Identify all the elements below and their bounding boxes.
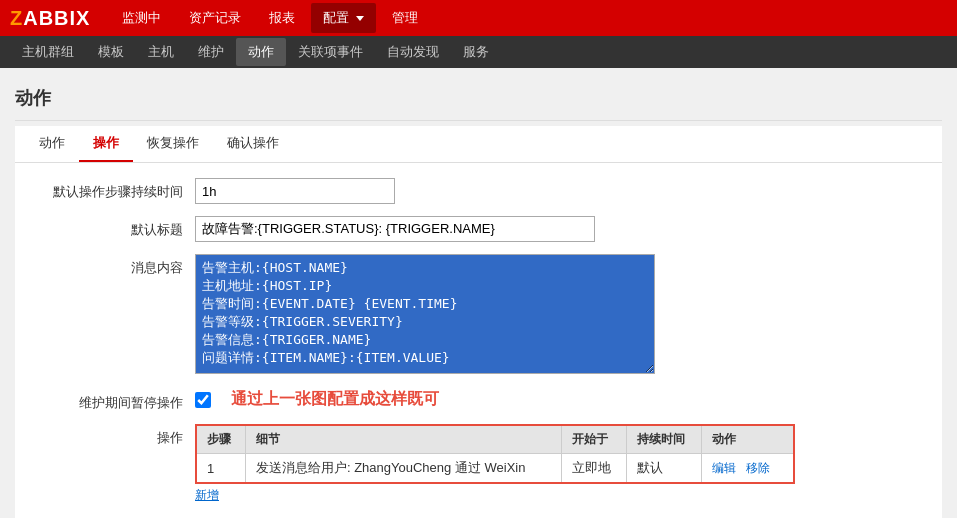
col-start: 开始于 bbox=[561, 425, 626, 454]
duration-label: 默认操作步骤持续时间 bbox=[35, 178, 195, 201]
subject-field bbox=[195, 216, 922, 242]
ops-label: 操作 bbox=[35, 424, 195, 447]
logo: ZABBIX bbox=[10, 7, 90, 30]
subject-input[interactable] bbox=[195, 216, 595, 242]
tabs: 动作 操作 恢复操作 确认操作 bbox=[15, 126, 942, 163]
col-step: 步骤 bbox=[196, 425, 245, 454]
ops-table: 步骤 细节 开始于 持续时间 动作 1 发送消息给用户: ZhangYouChe… bbox=[195, 424, 795, 484]
col-action: 动作 bbox=[701, 425, 794, 454]
nav-monitor[interactable]: 监测中 bbox=[110, 3, 173, 33]
nav-config-arrow bbox=[356, 16, 364, 21]
maintenance-checkbox[interactable] bbox=[195, 392, 211, 408]
nav-maintenance[interactable]: 维护 bbox=[186, 38, 236, 66]
cell-actions: 编辑 移除 bbox=[701, 454, 794, 484]
top-nav-items: 监测中 资产记录 报表 配置 管理 bbox=[110, 3, 430, 33]
maintenance-row: 维护期间暂停操作 通过上一张图配置成这样既可 bbox=[35, 389, 922, 412]
maintenance-label: 维护期间暂停操作 bbox=[35, 389, 195, 412]
form-area: 默认操作步骤持续时间 默认标题 消息内容 告警主机:{HOST.NAME} 主机… bbox=[15, 163, 942, 518]
message-field: 告警主机:{HOST.NAME} 主机地址:{HOST.IP} 告警时间:{EV… bbox=[195, 254, 922, 377]
page-content: 动作 动作 操作 恢复操作 确认操作 默认操作步骤持续时间 默认标题 消息内容 … bbox=[0, 68, 957, 518]
message-row: 消息内容 告警主机:{HOST.NAME} 主机地址:{HOST.IP} 告警时… bbox=[35, 254, 922, 377]
second-nav: 主机群组 模板 主机 维护 动作 关联项事件 自动发现 服务 bbox=[0, 36, 957, 68]
ops-table-wrapper: 步骤 细节 开始于 持续时间 动作 1 发送消息给用户: ZhangYouChe… bbox=[195, 424, 922, 504]
tab-operations[interactable]: 操作 bbox=[79, 126, 133, 162]
duration-field bbox=[195, 178, 922, 204]
cell-start: 立即地 bbox=[561, 454, 626, 484]
message-textarea[interactable]: 告警主机:{HOST.NAME} 主机地址:{HOST.IP} 告警时间:{EV… bbox=[195, 254, 655, 374]
tab-recovery[interactable]: 恢复操作 bbox=[133, 126, 213, 162]
tab-action[interactable]: 动作 bbox=[25, 126, 79, 162]
subject-label: 默认标题 bbox=[35, 216, 195, 239]
maintenance-field: 通过上一张图配置成这样既可 bbox=[195, 389, 922, 410]
cell-detail: 发送消息给用户: ZhangYouCheng 通过 WeiXin bbox=[245, 454, 561, 484]
cell-duration: 默认 bbox=[626, 454, 701, 484]
operations-section: 操作 步骤 细节 开始于 持续时间 动作 1 bbox=[35, 424, 922, 504]
nav-reports[interactable]: 报表 bbox=[257, 3, 307, 33]
edit-link[interactable]: 编辑 bbox=[712, 461, 736, 475]
nav-assets[interactable]: 资产记录 bbox=[177, 3, 253, 33]
logo-z: Z bbox=[10, 7, 23, 29]
add-operation-link[interactable]: 新增 bbox=[195, 487, 922, 504]
subject-row: 默认标题 bbox=[35, 216, 922, 242]
col-duration: 持续时间 bbox=[626, 425, 701, 454]
nav-templates[interactable]: 模板 bbox=[86, 38, 136, 66]
page-title: 动作 bbox=[15, 78, 942, 121]
annotation-text: 通过上一张图配置成这样既可 bbox=[231, 389, 439, 410]
table-row: 1 发送消息给用户: ZhangYouCheng 通过 WeiXin 立即地 默… bbox=[196, 454, 794, 484]
duration-row: 默认操作步骤持续时间 bbox=[35, 178, 922, 204]
remove-link[interactable]: 移除 bbox=[746, 461, 770, 475]
top-nav: ZABBIX 监测中 资产记录 报表 配置 管理 bbox=[0, 0, 957, 36]
col-detail: 细节 bbox=[245, 425, 561, 454]
cell-step: 1 bbox=[196, 454, 245, 484]
nav-config[interactable]: 配置 bbox=[311, 3, 376, 33]
nav-correlation[interactable]: 关联项事件 bbox=[286, 38, 375, 66]
nav-admin[interactable]: 管理 bbox=[380, 3, 430, 33]
nav-actions[interactable]: 动作 bbox=[236, 38, 286, 66]
message-label: 消息内容 bbox=[35, 254, 195, 277]
nav-hosts[interactable]: 主机 bbox=[136, 38, 186, 66]
nav-services[interactable]: 服务 bbox=[451, 38, 501, 66]
nav-hostgroups[interactable]: 主机群组 bbox=[10, 38, 86, 66]
tab-acknowledgement[interactable]: 确认操作 bbox=[213, 126, 293, 162]
nav-discovery[interactable]: 自动发现 bbox=[375, 38, 451, 66]
duration-input[interactable] bbox=[195, 178, 395, 204]
